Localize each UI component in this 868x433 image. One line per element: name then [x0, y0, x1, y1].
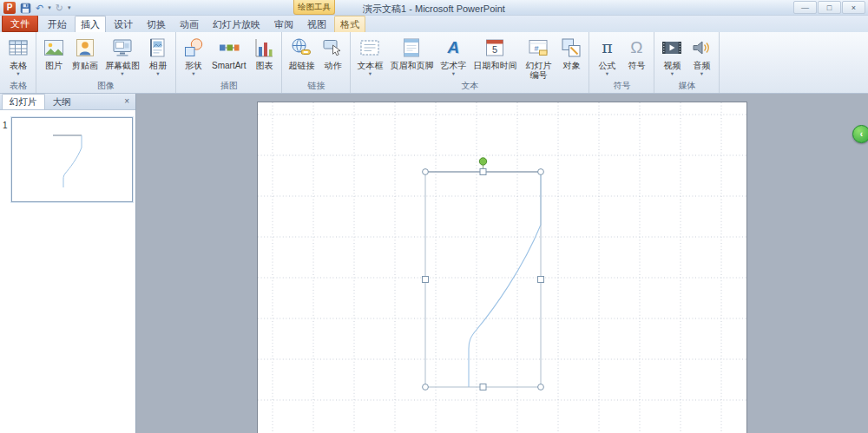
resize-handle-bottom-right[interactable]: [538, 384, 544, 390]
button-页眉和页脚[interactable]: 页眉和页脚: [386, 34, 437, 82]
slide-thumbnail[interactable]: [11, 117, 133, 202]
dropdown-arrow-icon: ▾: [16, 71, 19, 77]
ribbon-group-图像: 图片剪贴画屏幕截图▾相册▾图像: [36, 32, 176, 93]
editing-canvas: [136, 94, 868, 433]
video-icon: [661, 36, 683, 59]
qat-undo-dropdown-button[interactable]: ▾: [47, 2, 52, 14]
tab-幻灯片放映[interactable]: 幻灯片放映: [207, 16, 266, 32]
ribbon-group-符号: π公式▾Ω符号符号: [589, 32, 654, 93]
floating-widget[interactable]: ‹: [852, 125, 868, 143]
tab-插入[interactable]: 插入: [75, 16, 106, 32]
button-动作[interactable]: 动作: [318, 34, 347, 82]
button-剪贴画[interactable]: 剪贴画: [69, 34, 102, 82]
symbol-icon: Ω: [625, 36, 648, 59]
button-label: 剪贴画: [72, 61, 98, 70]
button-label: 日期和时间: [473, 61, 516, 70]
qat-customize-button[interactable]: ▾: [67, 2, 72, 14]
ribbon-group-表格: 表格▾表格: [1, 32, 36, 93]
ribbon: 表格▾表格图片剪贴画屏幕截图▾相册▾图像形状▾SmartArt图表插图超链接动作…: [0, 32, 868, 94]
button-超链接[interactable]: 超链接: [285, 34, 318, 82]
dropdown-arrow-icon: ▾: [671, 71, 674, 77]
close-button[interactable]: ×: [842, 1, 865, 14]
qat-redo-button[interactable]: ↻: [55, 2, 64, 14]
gridlines: [258, 102, 746, 433]
button-SmartArt[interactable]: SmartArt: [208, 34, 249, 82]
group-label-链接: 链接: [282, 80, 350, 92]
button-label: 音频: [693, 61, 710, 70]
button-符号[interactable]: Ω符号: [621, 34, 651, 82]
freeform-shape[interactable]: [425, 172, 541, 387]
panel-tab-幻灯片[interactable]: 幻灯片: [2, 94, 45, 109]
minimize-button[interactable]: —: [793, 1, 817, 14]
panel-close-icon[interactable]: ×: [122, 96, 132, 106]
button-艺术字[interactable]: A艺术字▾: [437, 34, 470, 82]
qat-save-button[interactable]: [19, 3, 32, 14]
album-icon: [147, 36, 169, 59]
button-文本框[interactable]: 文本框▾: [353, 34, 386, 82]
button-幻灯片编号[interactable]: #幻灯片编号: [520, 34, 556, 82]
selection-box: [425, 172, 541, 387]
button-label: 动作: [324, 61, 341, 70]
resize-handle-bottom-left[interactable]: [423, 384, 429, 390]
resize-handle-top-right[interactable]: [538, 169, 544, 175]
selection-handles[interactable]: [423, 158, 544, 390]
group-label-符号: 符号: [589, 80, 654, 92]
button-对象[interactable]: 对象: [556, 34, 586, 82]
wordart-icon: A: [442, 36, 464, 59]
tab-动画[interactable]: 动画: [174, 16, 205, 32]
resize-handle-left[interactable]: [423, 277, 429, 283]
powerpoint-window: P ↶▾↻▾ 绘图工具 演示文稿1 - Microsoft PowerPoint…: [0, 0, 868, 433]
button-图片[interactable]: 图片: [39, 34, 69, 82]
panel-body: 1: [0, 110, 135, 433]
maximize-button[interactable]: □: [818, 1, 841, 14]
titlebar: P ↶▾↻▾ 绘图工具 演示文稿1 - Microsoft PowerPoint…: [0, 0, 868, 16]
shapes-icon: [182, 36, 205, 59]
button-label: 符号: [628, 61, 645, 70]
button-形状[interactable]: 形状▾: [179, 34, 208, 82]
tab-视图[interactable]: 视图: [301, 16, 332, 32]
qat-undo-button[interactable]: ↶: [35, 2, 44, 14]
dropdown-arrow-icon: ▾: [192, 71, 194, 77]
button-视频[interactable]: 视频▾: [657, 34, 687, 82]
app-icon[interactable]: P: [3, 2, 16, 14]
button-表格[interactable]: 表格▾: [3, 34, 33, 82]
group-label-插图: 插图: [176, 80, 281, 92]
resize-handle-bottom[interactable]: [480, 384, 486, 390]
tab-设计[interactable]: 设计: [108, 16, 139, 32]
tab-开始[interactable]: 开始: [42, 16, 73, 32]
headerfooter-icon: [400, 36, 423, 59]
button-图表[interactable]: 图表: [249, 34, 279, 82]
button-相册[interactable]: 相册▾: [143, 34, 173, 82]
screenshot-icon: [111, 36, 134, 59]
quick-access-toolbar: ↶▾↻▾: [19, 1, 71, 15]
button-音频[interactable]: 音频▾: [687, 34, 716, 82]
slidenumber-icon: #: [527, 36, 549, 59]
picture-icon: [43, 36, 65, 59]
button-label: 文本框: [357, 61, 383, 70]
tab-文件[interactable]: 文件: [2, 15, 38, 32]
button-label: 艺术字: [440, 61, 466, 70]
tab-格式[interactable]: 格式: [334, 16, 365, 32]
audio-icon: [690, 36, 713, 59]
button-label: 幻灯片编号: [523, 61, 553, 80]
main-area: × 幻灯片大纲 1: [0, 94, 868, 433]
resize-handle-top-left[interactable]: [423, 169, 429, 175]
panel-tab-大纲[interactable]: 大纲: [45, 94, 79, 109]
button-label: 形状: [185, 61, 202, 70]
button-日期和时间[interactable]: 5日期和时间: [470, 34, 520, 82]
dropdown-arrow-icon: ▾: [700, 71, 703, 77]
group-label-表格: 表格: [1, 80, 36, 92]
button-label: 公式: [598, 61, 615, 70]
slides-panel: × 幻灯片大纲 1: [0, 94, 136, 433]
button-label: 页眉和页脚: [390, 61, 433, 70]
button-label: 视频: [663, 61, 681, 70]
slide[interactable]: [257, 102, 747, 433]
button-屏幕截图[interactable]: 屏幕截图▾: [102, 34, 143, 82]
resize-handle-right[interactable]: [538, 277, 544, 283]
rotation-handle[interactable]: [479, 158, 486, 165]
button-公式[interactable]: π公式▾: [592, 34, 621, 82]
tab-切换[interactable]: 切换: [141, 16, 172, 32]
button-label: 图片: [45, 61, 62, 70]
resize-handle-top[interactable]: [480, 169, 486, 175]
tab-审阅[interactable]: 审阅: [268, 16, 299, 32]
